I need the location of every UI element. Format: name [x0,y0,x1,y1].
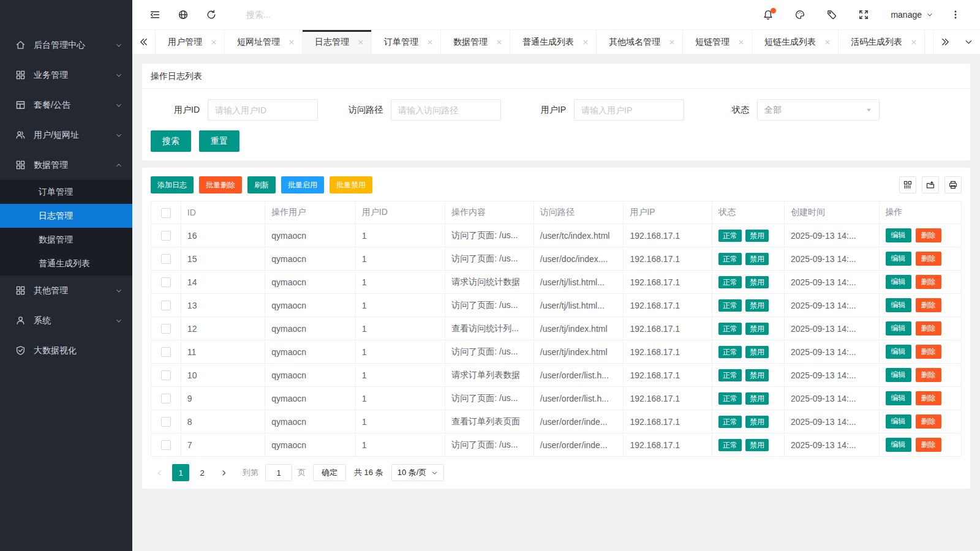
pagination-next-button[interactable] [215,464,232,481]
delete-button[interactable]: 删除 [916,228,941,242]
delete-button[interactable]: 删除 [916,298,941,312]
status-badge-normal[interactable]: 正常 [718,416,742,428]
bell-button[interactable] [758,4,778,25]
add-log-button[interactable]: 添加日志 [151,176,194,193]
status-badge-normal[interactable]: 正常 [718,369,742,381]
sidebar-item-admin-center[interactable]: 后台管理中心 [0,30,132,60]
status-badge-disabled[interactable]: 禁用 [745,346,769,358]
delete-button[interactable]: 删除 [916,345,941,359]
user-ip-input[interactable] [574,99,684,121]
edit-button[interactable]: 编辑 [886,321,911,335]
tab-livecode-gen-list[interactable]: 活码生成列表 [839,30,925,54]
sidebar-subitem-data-manage-sub[interactable]: 数据管理 [0,228,132,252]
user-id-input[interactable] [208,99,318,121]
status-badge-normal[interactable]: 正常 [718,439,742,451]
tab-close-icon[interactable] [211,39,217,45]
sidebar-subitem-log-manage[interactable]: 日志管理 [0,204,132,228]
tabs-scroll-right-button[interactable] [933,30,957,54]
row-checkbox[interactable] [161,370,171,380]
tab-normal-gen-list[interactable]: 普通生成列表 [510,30,597,54]
status-badge-normal[interactable]: 正常 [718,299,742,312]
status-badge-disabled[interactable]: 禁用 [745,416,769,428]
tab-user-manage[interactable]: 用户管理 [156,30,225,54]
row-checkbox[interactable] [161,394,171,403]
status-badge-normal[interactable]: 正常 [718,276,742,288]
delete-button[interactable]: 删除 [916,368,941,382]
goto-page-input[interactable] [265,464,292,481]
edit-button[interactable]: 编辑 [886,414,911,429]
row-checkbox[interactable] [161,231,171,241]
row-checkbox[interactable] [161,301,171,310]
menu-fold-button[interactable] [145,4,165,25]
sidebar-item-other-manage[interactable]: 其他管理 [0,276,132,305]
sidebar-subitem-normal-gen-list[interactable]: 普通生成列表 [0,252,132,276]
row-checkbox[interactable] [161,417,171,427]
reset-button[interactable]: 重置 [199,130,239,152]
pagination-prev-button[interactable] [151,464,168,481]
status-badge-disabled[interactable]: 禁用 [745,276,769,288]
status-badge-disabled[interactable]: 禁用 [745,230,769,242]
status-badge-normal[interactable]: 正常 [718,323,742,335]
sidebar-item-business-manage[interactable]: 业务管理 [0,60,132,90]
search-button[interactable]: 搜索 [151,130,191,152]
print-button[interactable] [944,176,962,193]
status-badge-disabled[interactable]: 禁用 [745,439,769,451]
edit-button[interactable]: 编辑 [886,252,911,266]
edit-button[interactable]: 编辑 [886,228,911,242]
page-size-select[interactable]: 10 条/页 [391,464,445,481]
delete-button[interactable]: 删除 [916,414,941,429]
delete-button[interactable]: 删除 [916,321,941,335]
delete-button[interactable]: 删除 [916,252,941,266]
search-input[interactable] [245,9,392,20]
palette-button[interactable] [790,4,810,25]
tab-other-domain-manage[interactable]: 其他域名管理 [597,30,683,54]
refresh-button[interactable]: 刷新 [247,176,276,193]
edit-button[interactable]: 编辑 [886,345,911,359]
status-badge-normal[interactable]: 正常 [718,230,742,242]
delete-button[interactable]: 删除 [916,438,941,452]
status-badge-disabled[interactable]: 禁用 [745,253,769,265]
visit-path-input[interactable] [391,99,501,121]
tab-shortlink-gen-list[interactable]: 短链生成列表 [752,30,839,54]
edit-button[interactable]: 编辑 [886,391,911,405]
tabs-scroll-left-button[interactable] [132,30,156,54]
fullscreen-button[interactable] [853,4,874,25]
status-badge-disabled[interactable]: 禁用 [745,392,769,405]
sidebar-item-package-notice[interactable]: 套餐/公告 [0,90,132,120]
delete-button[interactable]: 删除 [916,391,941,405]
export-button[interactable] [922,176,939,193]
tab-close-icon[interactable] [288,39,295,45]
tab-close-icon[interactable] [427,39,433,45]
status-badge-disabled[interactable]: 禁用 [745,369,769,381]
tab-shorturl-manage[interactable]: 短网址管理 [225,30,303,54]
tab-close-icon[interactable] [824,39,831,45]
tab-shortlink-manage[interactable]: 短链管理 [683,30,752,54]
status-badge-normal[interactable]: 正常 [718,346,742,358]
sidebar-item-system[interactable]: 系统 [0,305,132,335]
pagination-page-1[interactable]: 1 [172,464,189,481]
columns-button[interactable] [899,176,916,193]
status-badge-disabled[interactable]: 禁用 [745,323,769,335]
tag-button[interactable] [821,4,842,25]
select-all-checkbox[interactable] [161,208,171,218]
more-vertical-button[interactable] [945,4,966,25]
tab-close-icon[interactable] [669,39,675,45]
tab-close-icon[interactable] [496,39,502,45]
row-checkbox[interactable] [161,254,171,264]
sidebar-subitem-order-manage[interactable]: 订单管理 [0,180,132,204]
batch-enable-button[interactable]: 批量启用 [281,176,324,193]
tab-close-icon[interactable] [358,39,364,45]
sidebar-item-big-data-visual[interactable]: 大数据视化 [0,335,132,365]
tab-close-icon[interactable] [911,39,917,45]
tab-close-icon[interactable] [582,39,589,45]
row-checkbox[interactable] [161,440,171,450]
status-badge-normal[interactable]: 正常 [718,253,742,265]
sidebar-item-data-manage[interactable]: 数据管理 [0,150,132,180]
tab-order-manage[interactable]: 订单管理 [372,30,441,54]
batch-disable-button[interactable]: 批量禁用 [330,176,372,193]
edit-button[interactable]: 编辑 [886,298,911,312]
edit-button[interactable]: 编辑 [886,438,911,452]
row-checkbox[interactable] [161,277,171,287]
goto-confirm-button[interactable]: 确定 [313,464,346,481]
sidebar-item-user-shorturl[interactable]: 用户/短网址 [0,120,132,150]
